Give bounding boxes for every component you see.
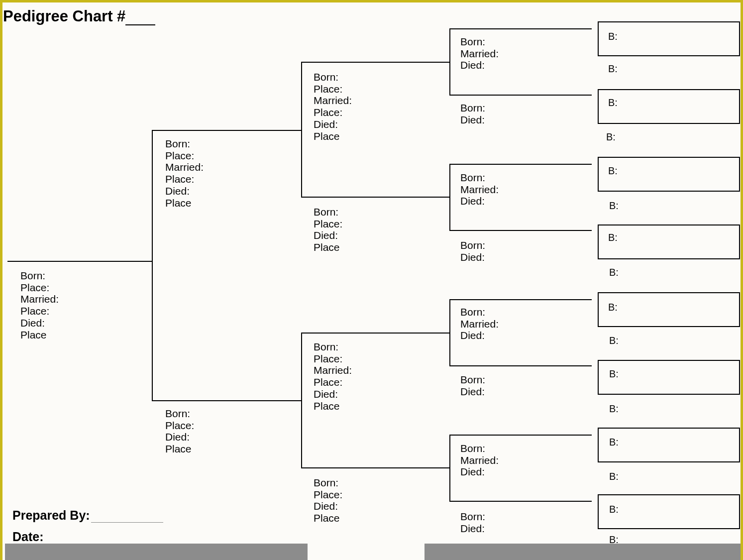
gen3-p1-details: Born: Place: Married: Place: Died: Place [314, 71, 352, 142]
prepared-by-label: Prepared By: [12, 508, 163, 523]
prepared-by-blank [91, 522, 163, 523]
gen4-p3-details: Born: Married: Died: [460, 172, 499, 207]
gen5-b-14: B: [609, 471, 619, 482]
gen1-name-line [7, 261, 152, 262]
gen5-box-5 [598, 292, 740, 327]
gen4-p4-details: Born: Died: [460, 239, 485, 263]
gen5-b-13: B: [609, 437, 619, 448]
gen5-b-7: B: [608, 232, 618, 243]
gen5-b-4: B: [606, 131, 616, 143]
gen5-box-6 [598, 360, 740, 395]
gen3-p4-details: Born: Place: Died: Place [314, 477, 342, 524]
pedigree-chart-page: Pedigree Chart # Born: Place: Married: P… [0, 0, 743, 560]
gen5-b-8: B: [609, 267, 619, 278]
chart-number-blank [125, 24, 155, 25]
gen5-b-3: B: [608, 97, 618, 109]
gen5-box-3 [598, 157, 740, 192]
gen5-box-7 [598, 428, 740, 462]
gen5-box-4 [598, 224, 740, 259]
gen2-father-details: Born: Place: Married: Place: Died: Place [165, 138, 204, 209]
gen5-b-1: B: [608, 31, 618, 42]
gen4-p2-details: Born: Died: [460, 102, 485, 125]
date-label: Date: [12, 530, 157, 544]
title-text: Pedigree Chart # [3, 7, 125, 25]
gen5-b-6: B: [609, 200, 619, 212]
page-title: Pedigree Chart # [3, 7, 155, 25]
gen5-b-11: B: [609, 368, 619, 380]
gen4-p8-details: Born: Died: [460, 511, 485, 534]
gen5-box-2 [598, 89, 740, 124]
gen5-b-5: B: [608, 165, 618, 177]
gen2-mother-details: Born: Place: Died: Place [165, 408, 194, 455]
gray-bar-right [425, 544, 743, 560]
gen5-b-15: B: [609, 504, 619, 515]
gray-bar-left [5, 544, 308, 560]
gen5-b-10: B: [609, 335, 619, 346]
gen4-p5-details: Born: Married: Died: [460, 306, 499, 341]
gen4-p7-details: Born: Married: Died: [460, 443, 499, 478]
gen5-b-12: B: [609, 403, 619, 415]
gen5-box-8 [598, 494, 740, 529]
gen3-p2-details: Born: Place: Died: Place [314, 206, 342, 253]
gen1-person-details: Born: Place: Married: Place: Died: Place [20, 270, 59, 340]
gen4-p6-details: Born: Died: [460, 374, 485, 397]
gen5-box-1 [598, 21, 740, 56]
gen5-b-9: B: [608, 302, 618, 313]
gen2-bracket-bottom [152, 400, 301, 401]
gen3-p3-details: Born: Place: Married: Place: Died: Place [314, 341, 352, 412]
gen4-p1-details: Born: Married: Died: [460, 36, 499, 71]
gen5-b-2: B: [608, 63, 618, 75]
